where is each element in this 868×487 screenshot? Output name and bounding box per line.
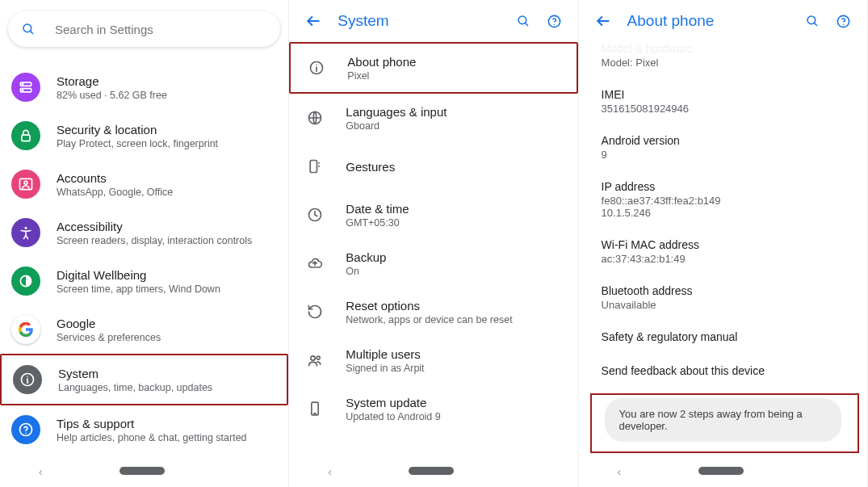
svg-point-8 [24, 181, 27, 184]
search-icon[interactable] [511, 9, 535, 33]
system-header: System [289, 0, 577, 42]
svg-point-5 [22, 90, 23, 91]
svg-line-1 [30, 31, 33, 34]
item-label: Backup [346, 250, 566, 264]
about-key: IMEI [602, 88, 851, 101]
item-label: Accessibility [57, 220, 277, 233]
system-item-date-time[interactable]: Date & timeGMT+05:30 [289, 191, 577, 239]
settings-item-accessibility[interactable]: AccessibilityScreen readers, display, in… [0, 208, 288, 257]
about-row-ip-address[interactable]: IP addressfe80::ae37:43ff:fea2:b149 10.1… [579, 172, 867, 230]
item-label: About phone [347, 55, 564, 69]
page-title: About phone [627, 12, 794, 30]
item-label: System update [346, 396, 566, 409]
phone-icon [300, 394, 329, 423]
back-icon[interactable] [300, 8, 326, 34]
item-label: Reset options [346, 299, 566, 313]
item-label: Storage [57, 74, 277, 88]
settings-item-google[interactable]: GoogleServices & preferences [0, 305, 288, 354]
item-label: Languages & input [346, 105, 566, 119]
about-key: Bluetooth address [602, 284, 851, 297]
item-sub: 82% used · 5.62 GB free [57, 90, 277, 101]
item-sub: Services & preferences [57, 332, 277, 343]
item-label: Google [57, 317, 277, 330]
gesture-icon [300, 152, 329, 181]
svg-point-13 [27, 376, 28, 377]
about-row-imei[interactable]: IMEI351615081924946 [579, 80, 867, 126]
users-icon [300, 346, 329, 375]
reset-icon [300, 297, 329, 326]
search-input[interactable] [55, 23, 267, 36]
help-icon[interactable] [831, 9, 856, 34]
about-row-send-feedback-about-this-device[interactable]: Send feedback about this device [579, 356, 867, 390]
about-value: 351615081924946 [602, 103, 851, 115]
developer-toast: You are now 2 steps away from being a de… [605, 398, 841, 442]
account-icon [11, 170, 40, 199]
system-item-gestures[interactable]: Gestures [289, 142, 577, 191]
about-row-wi-fi-mac-address[interactable]: Wi-Fi MAC addressac:37:43:a2:b1:49 [579, 230, 867, 276]
clock-icon [300, 200, 329, 229]
item-label: Digital Wellbeing [57, 268, 277, 282]
about-key: IP address [602, 180, 851, 193]
settings-item-digital-wellbeing[interactable]: Digital WellbeingScreen time, app timers… [0, 257, 288, 305]
help-icon [11, 415, 40, 444]
nav-back-icon[interactable]: ‹ [328, 464, 332, 478]
system-item-languages-input[interactable]: Languages & inputGboard [289, 94, 577, 142]
svg-point-29 [311, 356, 315, 360]
system-item-reset-options[interactable]: Reset optionsNetwork, apps or device can… [289, 288, 577, 336]
settings-item-system[interactable]: SystemLanguages, time, backup, updates [0, 354, 288, 405]
nav-home-pill[interactable] [698, 467, 744, 475]
item-sub: GMT+05:30 [346, 217, 566, 229]
item-sub: Gboard [346, 120, 566, 132]
nav-back-icon[interactable]: ‹ [39, 464, 43, 478]
search-icon [21, 22, 36, 36]
svg-point-15 [25, 432, 27, 434]
about-row-android-version[interactable]: Android version9 [579, 126, 867, 172]
nav-back-icon[interactable]: ‹ [617, 464, 621, 478]
about-value: 9 [602, 149, 851, 161]
system-item-system-update[interactable]: System updateUpdated to Android 9 [289, 384, 577, 433]
system-item-about-phone[interactable]: About phonePixel [289, 42, 577, 94]
about-value: Unavailable [602, 299, 851, 311]
item-label: Tips & support [57, 417, 277, 430]
nav-bar: ‹ [289, 460, 577, 482]
settings-item-accounts[interactable]: AccountsWhatsApp, Google, Office [0, 160, 288, 208]
nav-home-pill[interactable] [409, 467, 454, 475]
help-icon[interactable] [542, 9, 567, 34]
google-icon [11, 315, 40, 344]
about-key: Safety & regulatory manual [602, 330, 851, 343]
about-row-bluetooth-address[interactable]: Bluetooth addressUnavailable [579, 276, 867, 322]
toast-text: You are now 2 steps away from being a de… [619, 408, 803, 432]
svg-point-34 [807, 16, 816, 24]
about-key: Android version [602, 134, 851, 147]
info-icon [302, 53, 331, 82]
search-icon[interactable] [800, 9, 824, 33]
a11y-icon [11, 218, 40, 247]
settings-item-tips-support[interactable]: Tips & supportHelp articles, phone & cha… [0, 405, 288, 454]
page-title: System [338, 12, 504, 30]
svg-point-23 [316, 64, 317, 65]
back-icon[interactable] [590, 8, 616, 34]
about-key: Send feedback about this device [602, 364, 851, 377]
about-row-safety-regulatory-manual[interactable]: Safety & regulatory manual [579, 322, 867, 356]
system-item-multiple-users[interactable]: Multiple usersSigned in as Arpit [289, 336, 577, 384]
item-sub: On [346, 266, 566, 277]
settings-item-storage[interactable]: Storage82% used · 5.62 GB free [0, 63, 288, 111]
settings-list: Storage82% used · 5.62 GB freeSecurity &… [0, 63, 288, 454]
about-value: fe80::ae37:43ff:fea2:b149 10.1.5.246 [602, 195, 851, 219]
svg-point-27 [318, 166, 320, 167]
item-label: Multiple users [346, 347, 566, 361]
svg-point-17 [518, 16, 526, 24]
nav-home-pill[interactable] [120, 467, 165, 475]
item-label: Date & time [346, 202, 566, 216]
search-bar[interactable] [8, 11, 280, 47]
about-key: Model & hardware [602, 42, 851, 55]
system-item-backup[interactable]: BackupOn [289, 239, 577, 288]
svg-point-9 [25, 227, 27, 229]
about-list: Model & hardwareModel: PixelIMEI35161508… [579, 42, 867, 390]
svg-line-18 [525, 23, 528, 26]
svg-rect-6 [22, 135, 30, 141]
settings-item-security-location[interactable]: Security & locationPlay Protect, screen … [0, 111, 288, 160]
about-row-model-hardware[interactable]: Model & hardwareModel: Pixel [579, 42, 867, 80]
item-label: Accounts [57, 171, 277, 185]
globe-icon [300, 103, 329, 132]
